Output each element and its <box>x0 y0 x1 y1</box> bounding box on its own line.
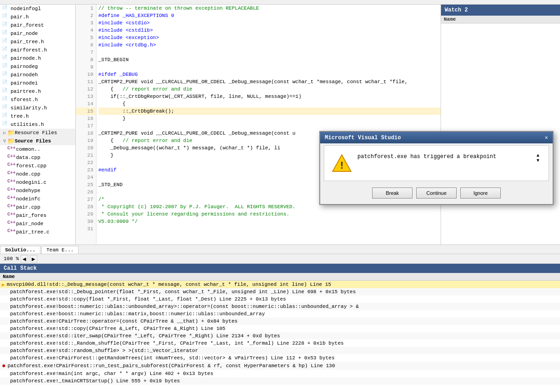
sidebar-item-nodegini[interactable]: C++ nodegini.c <box>0 178 75 187</box>
call-stack: Call Stack Name ▶msvcp100d.dll!std::_Deb… <box>0 263 560 392</box>
ln10: 10 <box>76 71 96 78</box>
watch-panel: Watch 2 Name <box>441 5 560 244</box>
code-line-8: _STD_BEGIN <box>98 56 441 63</box>
sidebar-item-common[interactable]: C++ common.. <box>0 145 75 153</box>
code-line-11: _CRTIMP2_PURE void __CLRCALL_PURE_OR_CDE… <box>98 78 441 85</box>
modal-buttons: Break Continue Ignore <box>320 183 553 204</box>
tab-team-explorer[interactable]: Team E... <box>41 246 79 254</box>
sidebar-item-forest[interactable]: C++ forest.cpp <box>0 162 75 170</box>
call-stack-row-5[interactable]: patchforest.exe!CPairTree::operator=(con… <box>0 318 560 325</box>
sidebar-label-pairh: pair.h <box>11 14 29 20</box>
sidebar-item-pairforesth[interactable]: 📄 pairforest.h <box>0 46 75 54</box>
zoom-decrease-button[interactable]: ◀ <box>21 255 28 262</box>
continue-button[interactable]: Continue <box>416 187 457 199</box>
code-line-1: // throw -- terminate on thrown exceptio… <box>98 5 441 12</box>
h-file-icon5: 📄 <box>2 38 9 45</box>
call-stack-row-6[interactable]: patchforest.exe!std::copy(CPairTree &_Le… <box>0 325 560 332</box>
sidebar-item-pairtreeh[interactable]: 📄 pair_tree.h <box>0 38 75 46</box>
code-content[interactable]: // throw -- terminate on thrown exceptio… <box>96 5 441 244</box>
sidebar-item-utilities[interactable]: 📄 utilities.h <box>0 120 75 129</box>
tab-solution-explorer[interactable]: Solutio... <box>0 246 40 254</box>
code-line-9 <box>98 63 441 71</box>
no-marker <box>2 304 10 309</box>
code-line-31 <box>98 225 441 233</box>
modal-scroll-up[interactable]: ▲ <box>537 153 539 158</box>
sidebar-item-pairtcpp[interactable]: C++ pair_tree.c <box>0 228 75 236</box>
watch-col-label: Name <box>444 17 456 22</box>
sidebar-item-similarity[interactable]: 📄 similarity.h <box>0 104 75 112</box>
sidebar-item-node[interactable]: C++ node.cpp <box>0 170 75 178</box>
bottom-tabs-bar: Solutio... Team E... <box>0 244 560 254</box>
modal-body: ! patchforest.exe has triggered a breakp… <box>324 145 549 181</box>
h-file-icon9: 📄 <box>2 71 9 79</box>
sidebar-item-nodeinf[interactable]: C++ nodeinfc <box>0 195 75 203</box>
no-marker <box>2 326 10 331</box>
call-stack-row-12[interactable]: patchforest.exe!main(int argc, char * * … <box>0 370 560 377</box>
sidebar-item-treeh[interactable]: 📄 tree.h <box>0 112 75 120</box>
no-marker <box>2 333 10 339</box>
call-stack-row-3[interactable]: patchforest.exe!boost::numeric::ublas::u… <box>0 303 560 310</box>
call-stack-row-13[interactable]: patchforest.exe!_tmainCRTStartup() Line … <box>0 377 560 385</box>
sidebar-label-nodeinfogl: nodeinfogl <box>11 6 41 11</box>
sidebar-item-sforest[interactable]: 📄 sforest.h <box>0 96 75 104</box>
h-file-icon14: 📄 <box>2 113 9 120</box>
sidebar-item-data[interactable]: C++ data.cpp <box>0 153 75 162</box>
sidebar-label-common: common.. <box>16 147 40 152</box>
sidebar-label-pairnodeh2: pairnodeh <box>11 72 38 78</box>
sidebar-source-files[interactable]: ▽ 📁 Source Files <box>0 137 75 145</box>
call-stack-row-7[interactable]: patchforest.exe!std::iter_swap(CPairTree… <box>0 332 560 340</box>
code-line-14: { <box>98 100 441 108</box>
sidebar-item-pairncpp[interactable]: C++ pair_node <box>0 220 75 228</box>
code-line-17 <box>98 122 441 130</box>
no-marker <box>2 341 10 346</box>
sidebar-item-pairnodei[interactable]: 📄 pairnodei <box>0 79 75 87</box>
call-stack-row-2[interactable]: patchforest.exe!std::copy(float *_First,… <box>0 295 560 303</box>
sidebar-item-pairnodeh2[interactable]: 📄 pairnodeh <box>0 71 75 79</box>
sidebar-item-pairfcpp[interactable]: C++ pair_fores <box>0 211 75 220</box>
zoom-label: 100 % <box>4 256 19 261</box>
sidebar-label-pairnodeg: pairnodeg <box>11 64 38 69</box>
no-marker <box>2 371 10 376</box>
call-stack-body[interactable]: ▶msvcp100d.dll!std::_Debug_message(const… <box>0 281 560 392</box>
watch-col-name: Name <box>441 16 560 23</box>
modal-message-text: patchforest.exe has triggered a breakpoi… <box>357 153 529 161</box>
sidebar-item-nodeinfogl[interactable]: 📄 nodeinfogl <box>0 5 75 13</box>
ignore-button[interactable]: Ignore <box>460 187 501 199</box>
sidebar-item-pairforest[interactable]: 📄 pair_forest <box>0 21 75 29</box>
sidebar-item-pairh[interactable]: 📄 pair.h <box>0 13 75 21</box>
zoom-bar: 100 % ◀ ▶ <box>0 254 560 263</box>
break-button[interactable]: Break <box>372 187 413 199</box>
sidebar-item-pairnodeh[interactable]: 📄 pairnode.h <box>0 54 75 62</box>
call-stack-row-10[interactable]: patchforest.exe!CPairForest::getRandomTr… <box>0 354 560 362</box>
call-stack-row-4[interactable]: patchforest.exe!boost::numeric::ublas::m… <box>0 310 560 318</box>
sidebar-label-pairtree: pairtree.h <box>11 89 41 94</box>
sidebar-resource-files[interactable]: ▷ 📁 Resource Files <box>0 129 75 137</box>
h-file-icon12: 📄 <box>2 96 9 103</box>
sidebar-item-pairnodeg[interactable]: 📄 pairnodeg <box>0 62 75 71</box>
sidebar-item-nodehype[interactable]: C++ nodehype <box>0 187 75 195</box>
modal-close-icon[interactable]: ✕ <box>545 134 548 141</box>
modal-scroll-down[interactable]: ▼ <box>537 158 539 163</box>
cpp-icon9: C++ <box>7 212 15 219</box>
zoom-increase-button[interactable]: ▶ <box>30 255 37 262</box>
ln20: 20 <box>76 144 96 152</box>
sidebar-label-source: Source Files <box>15 138 51 144</box>
sidebar-item-pairnode[interactable]: 📄 pair_node <box>0 29 75 38</box>
h-file-icon15: 📄 <box>2 121 9 128</box>
call-stack-row-9[interactable]: patchforest.exe!std::random_shuffle > > … <box>0 347 560 354</box>
ln31: 31 <box>76 225 96 233</box>
h-file-icon3: 📄 <box>2 22 9 29</box>
code-line-7 <box>98 49 441 56</box>
ln26: 26 <box>76 188 96 196</box>
ln23: 23 <box>76 166 96 174</box>
sidebar-item-pairtree[interactable]: 📄 pairtree.h <box>0 87 75 96</box>
call-stack-row-8[interactable]: patchforest.exe!std::_Random_shuffle(CPa… <box>0 340 560 347</box>
call-stack-row-0[interactable]: ▶msvcp100d.dll!std::_Debug_message(const… <box>0 281 560 288</box>
sidebar-item-paircpp[interactable]: C++ pair.cpp <box>0 203 75 211</box>
arrow-mark: ▶ <box>2 282 5 288</box>
ln30: 30 <box>76 218 96 225</box>
call-stack-row-11[interactable]: ●patchforest.exe!CPairForest::run_test_p… <box>0 362 560 370</box>
call-stack-row-1[interactable]: patchforest.exe!std::_Debug_pointer(floa… <box>0 288 560 295</box>
no-marker <box>2 318 10 324</box>
ln12: 12 <box>76 85 96 93</box>
